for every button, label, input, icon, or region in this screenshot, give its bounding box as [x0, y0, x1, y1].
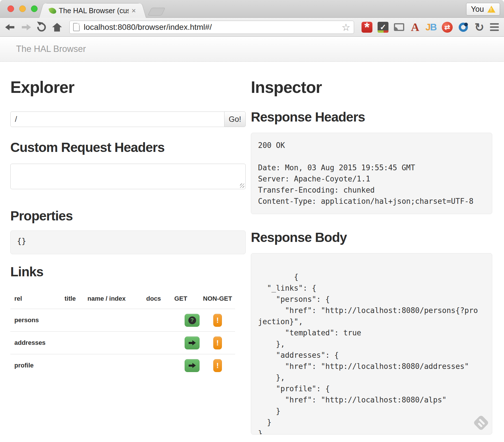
explorer-path-input[interactable]	[10, 112, 224, 127]
zoom-window-button[interactable]	[31, 5, 38, 12]
warning-icon	[487, 6, 495, 13]
col-get: GET	[174, 295, 203, 302]
response-body-json: { "_links": { "persons": { "href": "http…	[258, 273, 478, 435]
browser-window: The HAL Browser (customi × You localhost…	[0, 0, 504, 442]
table-row-profile: profile !	[10, 354, 235, 377]
titlebar: The HAL Browser (customi × You	[0, 0, 504, 18]
rel-label: persons	[14, 316, 65, 324]
table-row-addresses: addresses !	[10, 331, 235, 354]
custom-headers-area	[10, 164, 246, 189]
response-body-panel: { "_links": { "persons": { "href": "http…	[251, 253, 492, 435]
links-heading: Links	[10, 264, 246, 279]
col-docs: docs	[146, 295, 174, 302]
table-row-persons: persons ? !	[10, 309, 235, 331]
close-window-button[interactable]	[7, 5, 14, 12]
go-button[interactable]: Go!	[224, 112, 246, 127]
page-navbar: The HAL Browser	[0, 37, 504, 62]
non-get-button-addresses[interactable]: !	[213, 337, 222, 349]
rel-label: profile	[14, 362, 65, 369]
tab-title: The HAL Browser (customi	[59, 7, 129, 15]
get-button-addresses[interactable]	[185, 337, 200, 349]
forward-button[interactable]	[21, 24, 31, 30]
spring-leaf-favicon	[48, 7, 57, 15]
traffic-lights	[7, 5, 38, 12]
custom-headers-textarea[interactable]	[10, 164, 246, 189]
bookmark-star-icon[interactable]: ☆	[342, 22, 350, 32]
chromecast-extension-icon[interactable]	[394, 22, 405, 33]
browser-toolbar: localhost:8080/browser/index.html#/ ☆ * …	[0, 18, 504, 37]
address-input-group: Go!	[10, 112, 246, 127]
profile-you-button[interactable]: You	[466, 3, 500, 15]
blue-ring-extension-icon[interactable]	[458, 22, 469, 33]
extension-icons: * ✓ A JB ⇄ ↻	[362, 22, 499, 33]
properties-value: {}	[10, 230, 246, 254]
you-label: You	[471, 5, 484, 14]
chrome-menu-button[interactable]	[490, 23, 499, 31]
lastpass-extension-icon[interactable]: *	[362, 22, 372, 33]
page-info-icon[interactable]	[73, 23, 80, 31]
swap-arrows-extension-icon[interactable]: ⇄	[442, 22, 453, 33]
url-text[interactable]: localhost:8080/browser/index.html#/	[84, 23, 212, 32]
new-tab-button[interactable]	[148, 8, 165, 15]
explorer-heading: Explorer	[10, 78, 246, 97]
col-title: title	[65, 295, 87, 302]
main-content: Explorer Go! Custom Request Headers Prop…	[0, 62, 504, 435]
browser-tab[interactable]: The HAL Browser (customi ×	[44, 3, 141, 18]
non-get-button-profile[interactable]: !	[213, 359, 222, 372]
response-headers-heading: Response Headers	[251, 109, 492, 125]
back-button[interactable]	[5, 24, 15, 30]
brand-title: The HAL Browser	[16, 44, 86, 54]
links-table: rel title name / index docs GET NON-GET …	[10, 295, 235, 377]
explorer-column: Explorer Go! Custom Request Headers Prop…	[10, 62, 246, 435]
rel-label: addresses	[14, 339, 65, 347]
minimize-window-button[interactable]	[19, 5, 26, 12]
reload-button[interactable]	[36, 21, 48, 33]
feedly-mini-icon[interactable]	[473, 415, 489, 431]
a-extension-icon[interactable]: A	[410, 22, 421, 33]
jb-extension-icon[interactable]: JB	[426, 22, 437, 33]
non-get-button-persons[interactable]: !	[213, 314, 222, 327]
checkmark-extension-icon[interactable]: ✓	[378, 22, 388, 33]
tab-close-icon[interactable]: ×	[132, 7, 136, 14]
response-body-heading: Response Body	[251, 230, 492, 245]
history-sync-icon[interactable]: ↻	[474, 22, 485, 33]
arrow-right-icon	[189, 363, 196, 368]
get-button-profile[interactable]	[185, 359, 200, 372]
home-button[interactable]	[52, 23, 62, 32]
arrow-right-icon	[189, 340, 196, 345]
inspector-column: Inspector Response Headers 200 OK Date: …	[251, 62, 492, 435]
resize-grip-icon[interactable]	[240, 183, 244, 188]
custom-request-headers-heading: Custom Request Headers	[10, 140, 246, 155]
properties-heading: Properties	[10, 208, 246, 224]
address-bar[interactable]: localhost:8080/browser/index.html#/ ☆	[69, 21, 354, 34]
col-non-get: NON-GET	[203, 295, 239, 302]
question-sign-icon: ?	[188, 316, 196, 324]
col-rel: rel	[14, 295, 65, 302]
response-headers-panel: 200 OK Date: Mon, 03 Aug 2015 19:55:45 G…	[251, 133, 492, 214]
col-name-index: name / index	[87, 295, 146, 302]
get-button-persons[interactable]: ?	[185, 314, 200, 327]
links-table-header: rel title name / index docs GET NON-GET	[10, 295, 235, 309]
inspector-heading: Inspector	[251, 78, 492, 97]
